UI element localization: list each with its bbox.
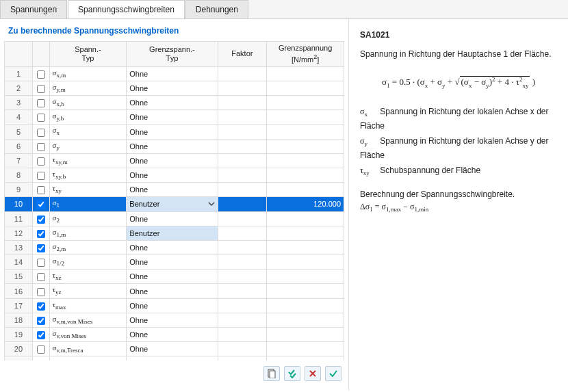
table-row[interactable]: 7τxy,mOhne	[5, 153, 344, 168]
spanntyp-cell[interactable]: σx,b	[49, 96, 127, 110]
row-checkbox[interactable]	[37, 143, 45, 151]
table-row[interactable]: 19σv,von MisesOhne	[5, 328, 344, 342]
table-row[interactable]: 12σ1,mBenutzer	[5, 226, 344, 240]
grenztyp-cell[interactable]: Ohne	[127, 153, 218, 168]
table-row[interactable]: 17τmaxOhne	[5, 298, 344, 313]
table-row[interactable]: 6σyOhne	[5, 139, 344, 153]
grenzspannung-cell[interactable]	[267, 211, 344, 226]
table-row[interactable]: 14σ1/2Ohne	[5, 255, 344, 270]
grenztyp-cell[interactable]: Ohne	[127, 313, 218, 327]
row-checkbox[interactable]	[37, 345, 45, 354]
row-checkbox[interactable]	[37, 70, 45, 79]
row-checkbox[interactable]	[37, 172, 45, 180]
row-checkbox[interactable]	[37, 273, 45, 281]
grenztyp-cell[interactable]: Ohne	[127, 81, 218, 95]
tab-dehnungen[interactable]: Dehnungen	[185, 0, 248, 18]
grenztyp-dropdown[interactable]: BenutzerOhneBenutzer	[127, 197, 218, 211]
table-row[interactable]: 15τxzOhne	[5, 270, 344, 284]
spanntyp-cell[interactable]: σ1/2	[49, 255, 127, 270]
table-row[interactable]: 8τxy,bOhne	[5, 168, 344, 182]
grenztyp-cell[interactable]: Ohne	[127, 284, 218, 298]
faktor-cell[interactable]	[218, 153, 267, 168]
stress-table[interactable]: Spann.-Typ Grenzspann.-Typ Faktor Grenzs…	[4, 41, 344, 361]
spanntyp-cell[interactable]: τmax	[49, 298, 127, 313]
faktor-cell[interactable]	[218, 226, 267, 240]
table-row[interactable]: 18σv,m,von MisesOhne	[5, 313, 344, 327]
faktor-cell[interactable]	[218, 284, 267, 298]
faktor-cell[interactable]	[218, 125, 267, 139]
grenzspannung-cell[interactable]	[267, 270, 344, 284]
spanntyp-cell[interactable]: τxy	[49, 183, 127, 197]
faktor-cell[interactable]	[218, 81, 267, 95]
spanntyp-cell[interactable]: σ1	[49, 197, 127, 211]
grenzspannung-cell[interactable]	[267, 240, 344, 254]
grenztyp-cell[interactable]: Ohne	[127, 139, 218, 153]
grenztyp-cell[interactable]: Ohne	[127, 240, 218, 254]
tab-spannungsschwingbreiten[interactable]: Spannungsschwingbreiten	[68, 0, 185, 18]
faktor-cell[interactable]	[218, 313, 267, 327]
grenztyp-cell[interactable]: Ohne	[127, 110, 218, 125]
row-checkbox[interactable]	[37, 85, 45, 93]
row-checkbox[interactable]	[37, 129, 45, 137]
faktor-cell[interactable]	[218, 240, 267, 254]
faktor-cell[interactable]	[218, 66, 267, 81]
row-checkbox[interactable]	[37, 288, 45, 296]
grenzspannung-cell[interactable]	[267, 313, 344, 327]
grenztyp-cell[interactable]: Ohne	[127, 168, 218, 182]
spanntyp-cell[interactable]: σx,m	[49, 66, 127, 81]
grenztyp-cell[interactable]: Ohne	[127, 211, 218, 226]
row-checkbox[interactable]	[37, 259, 45, 267]
grenzspannung-cell[interactable]	[267, 284, 344, 298]
row-checkbox[interactable]	[37, 99, 45, 107]
table-row[interactable]: 9τxyOhne	[5, 183, 344, 197]
tab-spannungen[interactable]: Spannungen	[0, 0, 67, 18]
faktor-cell[interactable]	[218, 110, 267, 125]
spanntyp-cell[interactable]: σv,m,von Mises	[49, 313, 127, 327]
grenztyp-cell[interactable]: Ohne	[127, 328, 218, 342]
faktor-cell[interactable]	[218, 328, 267, 342]
grenztyp-cell[interactable]: Ohne	[127, 96, 218, 110]
spanntyp-cell[interactable]: σy	[49, 139, 127, 153]
table-row[interactable]: 5σxOhne	[5, 125, 344, 139]
row-checkbox[interactable]	[37, 317, 45, 325]
table-row[interactable]: 11σ2Ohne	[5, 211, 344, 226]
grenzspannung-cell[interactable]	[267, 125, 344, 139]
spanntyp-cell[interactable]: σy,b	[49, 110, 127, 125]
row-checkbox[interactable]	[37, 302, 45, 311]
grenzspannung-cell[interactable]: 120.000	[267, 197, 344, 211]
table-row[interactable]: 2σy,mOhne	[5, 81, 344, 95]
grenzspannung-cell[interactable]	[267, 183, 344, 197]
row-checkbox[interactable]	[37, 157, 45, 166]
grenztyp-cell[interactable]: Ohne	[127, 66, 218, 81]
faktor-cell[interactable]	[218, 168, 267, 182]
table-row[interactable]: 4σy,bOhne	[5, 110, 344, 125]
spanntyp-cell[interactable]: σv,m,Tresca	[49, 342, 127, 356]
spanntyp-cell[interactable]: σ1,m	[49, 226, 127, 240]
grenzspannung-cell[interactable]	[267, 226, 344, 240]
table-row[interactable]: 1σx,mOhne	[5, 66, 344, 81]
grenztyp-cell[interactable]: Ohne	[127, 298, 218, 313]
grenztyp-cell[interactable]: Ohne	[127, 255, 218, 270]
faktor-cell[interactable]	[218, 255, 267, 270]
faktor-cell[interactable]	[218, 183, 267, 197]
row-checkbox[interactable]	[37, 230, 45, 238]
spanntyp-cell[interactable]: σv,von Mises	[49, 328, 127, 342]
copy-button[interactable]	[263, 366, 280, 381]
spanntyp-cell[interactable]: σ2	[49, 211, 127, 226]
grenztyp-cell[interactable]: Ohne	[127, 125, 218, 139]
grenzspannung-cell[interactable]	[267, 168, 344, 182]
check-one-button[interactable]	[325, 366, 341, 381]
grenzspannung-cell[interactable]	[267, 328, 344, 342]
grenzspannung-cell[interactable]	[267, 342, 344, 356]
spanntyp-cell[interactable]: σx	[49, 125, 127, 139]
table-row[interactable]: 10σ1BenutzerOhneBenutzer120.000	[5, 197, 344, 211]
table-row[interactable]: 16τyzOhne	[5, 284, 344, 298]
row-checkbox[interactable]	[37, 114, 45, 122]
grenzspannung-cell[interactable]	[267, 139, 344, 153]
faktor-cell[interactable]	[218, 270, 267, 284]
faktor-cell[interactable]	[218, 298, 267, 313]
grenzspannung-cell[interactable]	[267, 153, 344, 168]
spanntyp-cell[interactable]: τxy,m	[49, 153, 127, 168]
row-checkbox[interactable]	[37, 200, 45, 209]
spanntyp-cell[interactable]: τyz	[49, 284, 127, 298]
